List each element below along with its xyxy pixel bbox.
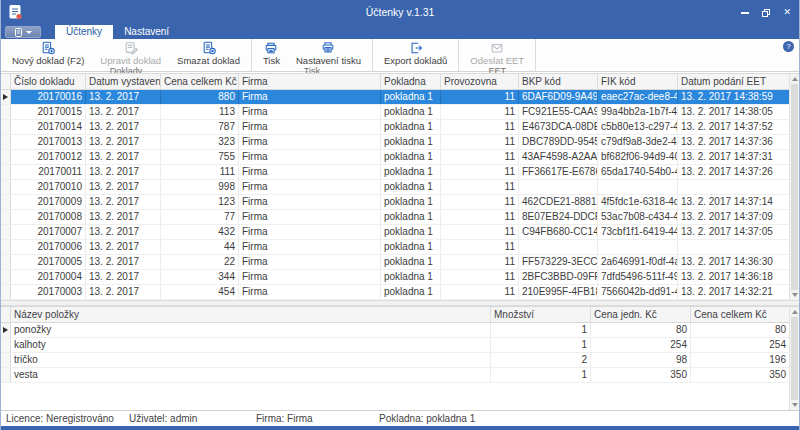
receipts-grid-header: Číslo dokladuDatum vystaveníCena celkem … (1, 74, 791, 90)
receipt-row[interactable]: 2017000413. 2. 2017344Firmapokladna 1112… (1, 270, 791, 285)
cell: 20170009 (11, 195, 86, 209)
export-documents-button[interactable]: Export dokladů (376, 40, 455, 66)
cell: 20170011 (11, 165, 86, 179)
scrollbar-thumb[interactable] (791, 84, 798, 290)
cell: Firma (239, 225, 381, 239)
button-label: Nastavení tisku (296, 55, 361, 66)
cell: 196 (691, 353, 790, 367)
edit-document-button[interactable]: Upravit doklad (92, 40, 169, 66)
column-header[interactable]: Provozovna (441, 74, 519, 89)
cell: 350 (591, 368, 691, 382)
tab-uctenky[interactable]: Účtenky (55, 25, 113, 39)
column-header[interactable]: Množství (491, 307, 591, 322)
cell: Firma (239, 150, 381, 164)
minimize-icon[interactable] (741, 12, 749, 14)
receipt-row[interactable]: 2017001413. 2. 2017787Firmapokladna 111E… (1, 120, 791, 135)
receipt-row[interactable]: 2017000613. 2. 201744Firmapokladna 111 (1, 240, 791, 255)
cell: Firma (239, 165, 381, 179)
cell: 13. 2. 2017 (86, 165, 161, 179)
send-eet-button[interactable]: Odeslat EET (462, 40, 532, 66)
cell: 13. 2. 2017 (86, 150, 161, 164)
receipt-row[interactable]: 2017001213. 2. 2017755Firmapokladna 1114… (1, 150, 791, 165)
receipt-row[interactable]: 2017001513. 2. 2017113Firmapokladna 111F… (1, 105, 791, 120)
cell: 73cbf1f1-6419-44b1 (598, 225, 678, 239)
column-header[interactable]: FIK kód (598, 74, 678, 89)
column-header[interactable]: Název položky (11, 307, 491, 322)
cell: 7566042b-dd91-47 (598, 285, 678, 299)
cell: 11 (441, 105, 519, 119)
receipt-row[interactable]: 2017001613. 2. 2017880Firmapokladna 1116… (1, 90, 791, 105)
receipt-row[interactable]: 2017000813. 2. 201777Firmapokladna 1118E… (1, 210, 791, 225)
cell: 13. 2. 2017 14:37:09 (678, 210, 790, 224)
print-button[interactable]: Tisk (255, 40, 288, 66)
ribbon: Nový doklad (F2) Upravit doklad (1, 39, 799, 72)
cell (519, 180, 598, 194)
item-row[interactable]: ponožky18080 (1, 323, 791, 338)
cell: 1 (491, 323, 591, 337)
column-header[interactable]: BKP kód (519, 74, 598, 89)
cell: pokladna 1 (381, 90, 441, 104)
cell: Firma (239, 270, 381, 284)
scroll-down-icon[interactable] (790, 290, 799, 300)
column-header[interactable]: Cena jedn. Kč (591, 307, 691, 322)
ribbon-tab-row: Účtenky Nastavení (1, 25, 799, 39)
column-header[interactable]: Datum vystavení (86, 74, 161, 89)
scrollbar-thumb[interactable] (791, 317, 798, 400)
column-header[interactable]: Pokladna (381, 74, 441, 89)
scroll-up-icon[interactable] (790, 74, 799, 84)
row-indicator (1, 195, 11, 209)
scroll-down-icon[interactable] (790, 400, 799, 410)
file-menu-icon (15, 28, 23, 37)
cell: 11 (441, 180, 519, 194)
scroll-up-icon[interactable] (790, 307, 799, 317)
status-company: Firma: Firma (256, 413, 313, 424)
cell: ponožky (11, 323, 491, 337)
item-row[interactable]: kalhoty1254254 (1, 338, 791, 353)
receipt-row[interactable]: 2017000513. 2. 201722Firmapokladna 111FF… (1, 255, 791, 270)
file-menu-button[interactable] (5, 26, 41, 38)
new-document-button[interactable]: Nový doklad (F2) (4, 40, 92, 66)
receipt-row[interactable]: 2017000913. 2. 2017123Firmapokladna 1114… (1, 195, 791, 210)
receipt-row[interactable]: 2017001013. 2. 2017998Firmapokladna 111 (1, 180, 791, 195)
cell: C94FB680-CC142D (519, 225, 598, 239)
receipt-row[interactable]: 2017001313. 2. 2017323Firmapokladna 111D… (1, 135, 791, 150)
column-header[interactable]: Cena celkem Kč (161, 74, 239, 89)
receipt-row[interactable]: 2017000713. 2. 2017432Firmapokladna 111C… (1, 225, 791, 240)
tab-nastaveni[interactable]: Nastavení (113, 25, 180, 39)
status-register: Pokladna: pokladna 1 (379, 413, 475, 424)
cell: 13. 2. 2017 (86, 270, 161, 284)
column-header[interactable]: Číslo dokladu (11, 74, 86, 89)
cell: pokladna 1 (381, 165, 441, 179)
delete-document-button[interactable]: Smazat doklad (169, 40, 248, 66)
button-label: Export dokladů (384, 55, 447, 66)
receipt-row[interactable]: 2017000313. 2. 2017454Firmapokladna 1112… (1, 285, 791, 300)
column-header[interactable]: Datum podání EET (678, 74, 790, 89)
cell: E4673DCA-08DE7A (519, 120, 598, 134)
cell: 11 (441, 285, 519, 299)
item-row[interactable]: tričko298196 (1, 353, 791, 368)
cell (678, 180, 790, 194)
cell: 13. 2. 2017 14:37:36 (678, 135, 790, 149)
cell: 432 (161, 225, 239, 239)
cell (598, 180, 678, 194)
cell: 1 (491, 338, 591, 352)
cell: 20170006 (11, 240, 86, 254)
row-indicator (1, 255, 11, 269)
cell: 323 (161, 135, 239, 149)
column-header[interactable]: Firma (239, 74, 381, 89)
close-icon[interactable]: ✕ (783, 8, 791, 17)
print-settings-button[interactable]: Nastavení tisku (288, 40, 369, 66)
cell: 20170003 (11, 285, 86, 299)
help-icon[interactable]: ? (783, 41, 794, 52)
restore-icon[interactable] (762, 9, 770, 17)
items-grid-scrollbar[interactable] (789, 307, 799, 410)
item-row[interactable]: vesta1350350 (1, 368, 791, 383)
cell: 11 (441, 225, 519, 239)
receipt-row[interactable]: 2017001113. 2. 2017111Firmapokladna 111F… (1, 165, 791, 180)
column-header[interactable]: Cena celkem Kč (691, 307, 790, 322)
cell: 454 (161, 285, 239, 299)
receipts-grid-scrollbar[interactable] (789, 74, 799, 300)
cell: bf682f06-94d9-40 (598, 150, 678, 164)
ribbon-group-tisk: Tisk Nastavení tisku Tisk (252, 39, 373, 71)
status-user: Uživatel: admin (129, 413, 197, 424)
